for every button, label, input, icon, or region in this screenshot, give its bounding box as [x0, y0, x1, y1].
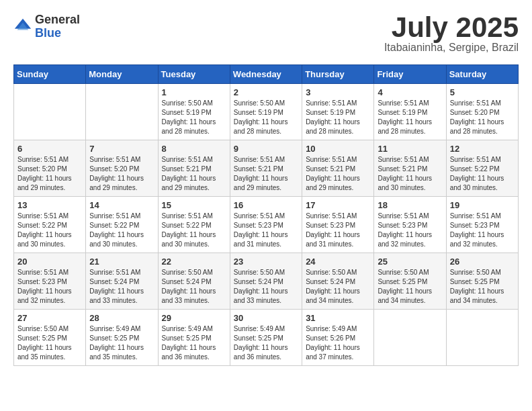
weekday-header-friday: Friday	[374, 65, 446, 84]
day-number: 17	[306, 200, 370, 210]
day-info: Sunrise: 5:51 AMSunset: 5:23 PMDaylight:…	[17, 268, 82, 306]
day-number: 2	[234, 87, 298, 97]
day-info: Sunrise: 5:51 AMSunset: 5:21 PMDaylight:…	[162, 155, 226, 193]
day-number: 29	[162, 313, 226, 323]
weekday-header-tuesday: Tuesday	[158, 65, 230, 84]
calendar-cell: 4Sunrise: 5:51 AMSunset: 5:19 PMDaylight…	[374, 84, 446, 140]
weekday-header-saturday: Saturday	[446, 65, 518, 84]
day-number: 10	[306, 144, 370, 154]
day-number: 1	[162, 87, 226, 97]
calendar-cell: 13Sunrise: 5:51 AMSunset: 5:22 PMDayligh…	[14, 197, 86, 253]
day-number: 21	[89, 257, 154, 267]
calendar-cell: 26Sunrise: 5:50 AMSunset: 5:25 PMDayligh…	[446, 253, 518, 310]
day-info: Sunrise: 5:50 AMSunset: 5:25 PMDaylight:…	[17, 324, 82, 362]
day-info: Sunrise: 5:51 AMSunset: 5:21 PMDaylight:…	[234, 155, 298, 193]
day-info: Sunrise: 5:51 AMSunset: 5:19 PMDaylight:…	[378, 99, 442, 136]
day-info: Sunrise: 5:51 AMSunset: 5:22 PMDaylight:…	[450, 155, 515, 193]
day-number: 12	[450, 144, 515, 154]
day-info: Sunrise: 5:51 AMSunset: 5:20 PMDaylight:…	[89, 155, 154, 193]
day-info: Sunrise: 5:51 AMSunset: 5:23 PMDaylight:…	[234, 212, 298, 249]
calendar-cell: 20Sunrise: 5:51 AMSunset: 5:23 PMDayligh…	[14, 253, 86, 310]
weekday-header-row: SundayMondayTuesdayWednesdayThursdayFrid…	[14, 65, 519, 84]
day-info: Sunrise: 5:50 AMSunset: 5:25 PMDaylight:…	[450, 268, 515, 306]
weekday-header-thursday: Thursday	[302, 65, 374, 84]
logo: General Blue	[13, 13, 80, 40]
day-info: Sunrise: 5:51 AMSunset: 5:23 PMDaylight:…	[378, 212, 442, 249]
calendar-cell: 11Sunrise: 5:51 AMSunset: 5:21 PMDayligh…	[374, 140, 446, 197]
calendar-cell: 31Sunrise: 5:49 AMSunset: 5:26 PMDayligh…	[302, 310, 374, 366]
day-number: 8	[162, 144, 226, 154]
day-number: 6	[17, 144, 82, 154]
day-number: 25	[378, 257, 442, 267]
week-row-2: 6Sunrise: 5:51 AMSunset: 5:20 PMDaylight…	[14, 140, 519, 197]
calendar-cell: 25Sunrise: 5:50 AMSunset: 5:25 PMDayligh…	[374, 253, 446, 310]
calendar-cell: 23Sunrise: 5:50 AMSunset: 5:24 PMDayligh…	[230, 253, 302, 310]
logo-icon	[13, 17, 32, 36]
logo-text: General Blue	[35, 13, 80, 40]
calendar-cell: 3Sunrise: 5:51 AMSunset: 5:19 PMDaylight…	[302, 84, 374, 140]
calendar-cell: 21Sunrise: 5:51 AMSunset: 5:24 PMDayligh…	[86, 253, 158, 310]
calendar-cell: 6Sunrise: 5:51 AMSunset: 5:20 PMDaylight…	[14, 140, 86, 197]
calendar-table: SundayMondayTuesdayWednesdayThursdayFrid…	[13, 64, 519, 366]
day-info: Sunrise: 5:51 AMSunset: 5:23 PMDaylight:…	[306, 212, 370, 249]
calendar-cell: 19Sunrise: 5:51 AMSunset: 5:23 PMDayligh…	[446, 197, 518, 253]
weekday-header-monday: Monday	[86, 65, 158, 84]
day-info: Sunrise: 5:51 AMSunset: 5:21 PMDaylight:…	[378, 155, 442, 193]
title-block: July 2025 Itabaianinha, Sergipe, Brazil	[384, 13, 519, 54]
week-row-1: 1Sunrise: 5:50 AMSunset: 5:19 PMDaylight…	[14, 84, 519, 140]
calendar-cell: 24Sunrise: 5:50 AMSunset: 5:24 PMDayligh…	[302, 253, 374, 310]
day-info: Sunrise: 5:51 AMSunset: 5:21 PMDaylight:…	[306, 155, 370, 193]
calendar-cell	[14, 84, 86, 140]
day-info: Sunrise: 5:50 AMSunset: 5:25 PMDaylight:…	[378, 268, 442, 306]
calendar-cell: 10Sunrise: 5:51 AMSunset: 5:21 PMDayligh…	[302, 140, 374, 197]
day-info: Sunrise: 5:50 AMSunset: 5:19 PMDaylight:…	[162, 99, 226, 136]
location: Itabaianinha, Sergipe, Brazil	[384, 42, 519, 54]
day-number: 4	[378, 87, 442, 97]
day-info: Sunrise: 5:51 AMSunset: 5:22 PMDaylight:…	[17, 212, 82, 249]
calendar-cell: 9Sunrise: 5:51 AMSunset: 5:21 PMDaylight…	[230, 140, 302, 197]
calendar-cell	[446, 310, 518, 366]
day-info: Sunrise: 5:49 AMSunset: 5:26 PMDaylight:…	[306, 324, 370, 362]
calendar-cell: 27Sunrise: 5:50 AMSunset: 5:25 PMDayligh…	[14, 310, 86, 366]
day-info: Sunrise: 5:51 AMSunset: 5:20 PMDaylight:…	[17, 155, 82, 193]
day-info: Sunrise: 5:49 AMSunset: 5:25 PMDaylight:…	[162, 324, 226, 362]
day-number: 5	[450, 87, 515, 97]
calendar-cell: 16Sunrise: 5:51 AMSunset: 5:23 PMDayligh…	[230, 197, 302, 253]
logo-blue: Blue	[35, 27, 80, 40]
day-info: Sunrise: 5:51 AMSunset: 5:24 PMDaylight:…	[89, 268, 154, 306]
day-number: 24	[306, 257, 370, 267]
day-info: Sunrise: 5:50 AMSunset: 5:19 PMDaylight:…	[234, 99, 298, 136]
calendar-cell: 5Sunrise: 5:51 AMSunset: 5:20 PMDaylight…	[446, 84, 518, 140]
day-number: 22	[162, 257, 226, 267]
calendar-cell: 29Sunrise: 5:49 AMSunset: 5:25 PMDayligh…	[158, 310, 230, 366]
calendar-cell: 7Sunrise: 5:51 AMSunset: 5:20 PMDaylight…	[86, 140, 158, 197]
day-number: 18	[378, 200, 442, 210]
weekday-header-sunday: Sunday	[14, 65, 86, 84]
day-number: 13	[17, 200, 82, 210]
calendar-cell	[374, 310, 446, 366]
day-number: 3	[306, 87, 370, 97]
day-info: Sunrise: 5:50 AMSunset: 5:24 PMDaylight:…	[306, 268, 370, 306]
calendar-cell: 8Sunrise: 5:51 AMSunset: 5:21 PMDaylight…	[158, 140, 230, 197]
day-number: 31	[306, 313, 370, 323]
day-info: Sunrise: 5:51 AMSunset: 5:20 PMDaylight:…	[450, 99, 515, 136]
day-number: 20	[17, 257, 82, 267]
day-number: 28	[89, 313, 154, 323]
day-info: Sunrise: 5:51 AMSunset: 5:22 PMDaylight:…	[89, 212, 154, 249]
day-number: 19	[450, 200, 515, 210]
day-number: 23	[234, 257, 298, 267]
day-number: 9	[234, 144, 298, 154]
calendar-cell: 15Sunrise: 5:51 AMSunset: 5:22 PMDayligh…	[158, 197, 230, 253]
day-info: Sunrise: 5:50 AMSunset: 5:24 PMDaylight:…	[234, 268, 298, 306]
day-number: 30	[234, 313, 298, 323]
calendar-cell: 17Sunrise: 5:51 AMSunset: 5:23 PMDayligh…	[302, 197, 374, 253]
calendar-cell: 2Sunrise: 5:50 AMSunset: 5:19 PMDaylight…	[230, 84, 302, 140]
page-header: General Blue July 2025 Itabaianinha, Ser…	[13, 13, 519, 54]
calendar-cell: 12Sunrise: 5:51 AMSunset: 5:22 PMDayligh…	[446, 140, 518, 197]
calendar-cell: 14Sunrise: 5:51 AMSunset: 5:22 PMDayligh…	[86, 197, 158, 253]
day-number: 16	[234, 200, 298, 210]
calendar-cell: 28Sunrise: 5:49 AMSunset: 5:25 PMDayligh…	[86, 310, 158, 366]
week-row-3: 13Sunrise: 5:51 AMSunset: 5:22 PMDayligh…	[14, 197, 519, 253]
day-info: Sunrise: 5:49 AMSunset: 5:25 PMDaylight:…	[89, 324, 154, 362]
day-number: 15	[162, 200, 226, 210]
